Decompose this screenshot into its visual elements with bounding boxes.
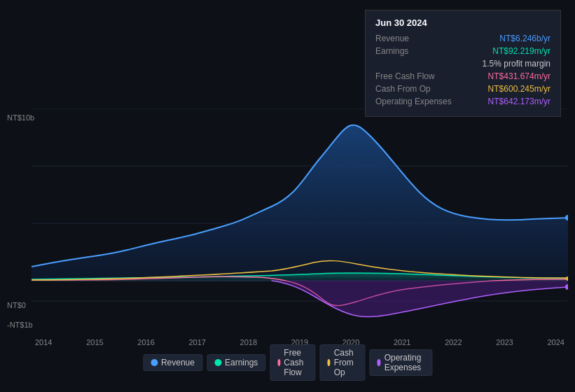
legend-dot-revenue <box>151 359 158 366</box>
tooltip-cashfromop-label: Cash From Op <box>375 84 452 94</box>
tooltip-revenue-label: Revenue <box>375 34 452 43</box>
tooltip-fcf-value: NT$431.674m/yr <box>488 71 550 81</box>
legend-cashfromop[interactable]: Cash From Op <box>319 344 365 381</box>
legend-dot-opex <box>377 359 380 366</box>
tooltip-revenue-value: NT$6.246b/yr <box>499 34 550 43</box>
chart-svg <box>32 108 568 340</box>
legend-earnings-label: Earnings <box>225 358 258 368</box>
x-label-2015: 2015 <box>86 338 103 346</box>
tooltip-date: Jun 30 2024 <box>375 18 550 28</box>
tooltip-cashfromop-row: Cash From Op NT$600.245m/yr <box>375 84 550 94</box>
legend: Revenue Earnings Free Cash Flow Cash Fro… <box>143 344 432 381</box>
tooltip-panel: Jun 30 2024 Revenue NT$6.246b/yr Earning… <box>365 10 561 117</box>
tooltip-fcf-label: Free Cash Flow <box>375 71 452 81</box>
x-label-2014: 2014 <box>35 338 52 346</box>
tooltip-fcf-row: Free Cash Flow NT$431.674m/yr <box>375 71 550 81</box>
chart-container: Jun 30 2024 Revenue NT$6.246b/yr Earning… <box>0 0 575 392</box>
legend-earnings[interactable]: Earnings <box>207 354 265 371</box>
tooltip-earnings-value: NT$92.219m/yr <box>492 46 550 56</box>
legend-fcf-label: Free Cash Flow <box>284 348 307 377</box>
legend-dot-fcf <box>277 359 280 366</box>
legend-revenue-label: Revenue <box>161 358 195 368</box>
x-label-2024: 2024 <box>547 338 564 346</box>
legend-revenue[interactable]: Revenue <box>143 354 202 371</box>
legend-dot-earnings <box>214 359 221 366</box>
tooltip-profit-margin-value: 1.5% profit margin <box>483 59 550 69</box>
y-axis-top-label: NT$10b <box>7 113 34 122</box>
tooltip-revenue-row: Revenue NT$6.246b/yr <box>375 34 550 43</box>
y-axis-neg-label: -NT$1b <box>7 321 33 329</box>
legend-opex[interactable]: Operating Expenses <box>369 349 432 376</box>
chart-svg-area <box>32 108 568 340</box>
tooltip-opex-row: Operating Expenses NT$642.173m/yr <box>375 97 550 106</box>
y-axis-zero-label: NT$0 <box>7 301 26 309</box>
tooltip-profit-margin-row: 1.5% profit margin <box>375 59 550 69</box>
tooltip-opex-label: Operating Expenses <box>375 97 452 106</box>
legend-cashfromop-label: Cash From Op <box>334 348 358 377</box>
legend-fcf[interactable]: Free Cash Flow <box>270 344 315 381</box>
tooltip-opex-value: NT$642.173m/yr <box>488 97 550 106</box>
tooltip-earnings-row: Earnings NT$92.219m/yr <box>375 46 550 56</box>
tooltip-cashfromop-value: NT$600.245m/yr <box>488 84 550 94</box>
x-label-2023: 2023 <box>496 338 513 346</box>
legend-opex-label: Operating Expenses <box>385 353 424 372</box>
x-label-2022: 2022 <box>445 338 462 346</box>
tooltip-earnings-label: Earnings <box>375 46 452 56</box>
legend-dot-cashfromop <box>327 359 330 366</box>
